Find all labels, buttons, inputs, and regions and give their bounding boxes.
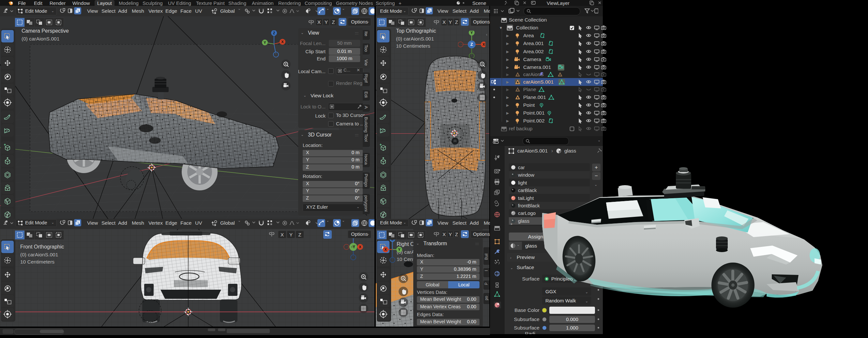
svg-text:X: X: [359, 245, 362, 249]
svg-text:Y: Y: [398, 248, 401, 251]
svg-text:Y: Y: [264, 40, 266, 45]
svg-text:Y: Y: [470, 31, 473, 35]
svg-text:X: X: [384, 248, 387, 251]
svg-text:X: X: [281, 40, 284, 44]
svg-text:Z: Z: [273, 31, 275, 35]
svg-text:X: X: [483, 43, 485, 46]
